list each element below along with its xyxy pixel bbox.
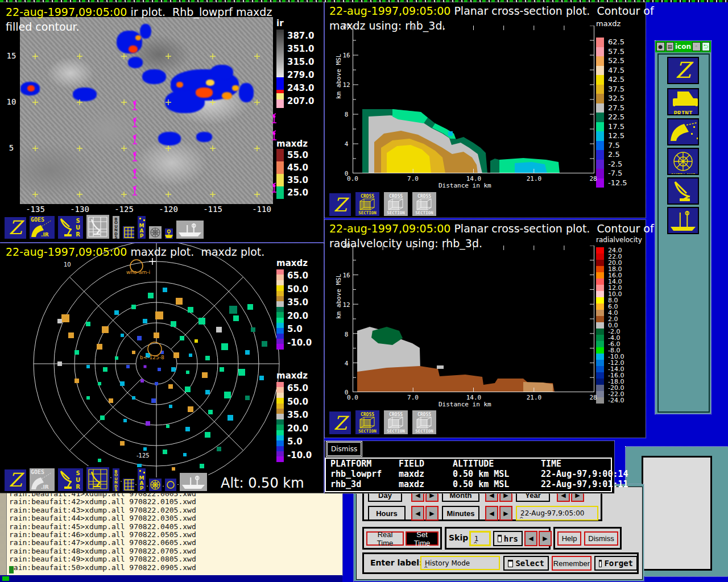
xsec1-plot-canvas[interactable]	[353, 26, 594, 173]
toolbar-button-cross[interactable]: CROSSSECTION	[354, 191, 380, 217]
toolbar-button-goes[interactable]: GOES.IR	[28, 467, 56, 492]
time-control-window[interactable]: Day Month Year Hours Minutes 22-Aug-97,9…	[354, 484, 644, 581]
toolbar-button-buoy[interactable]	[164, 227, 174, 240]
colorbar-segment	[276, 323, 284, 328]
icon-panel-button-satellite[interactable]	[667, 118, 699, 146]
remember-button[interactable]: Remember	[552, 556, 592, 571]
radar-echo-cell	[120, 381, 125, 386]
toolbar-button-sur[interactable]: SUR	[57, 215, 84, 240]
hours-forward-button[interactable]	[425, 506, 439, 521]
window-xsec-maxdz[interactable]: 22-aug-1997,09:05:00 Planar cross-sectio…	[325, 2, 646, 218]
radar-echo-cell	[144, 365, 147, 368]
circle-icon	[167, 481, 174, 488]
svg-text:MAP: MAP	[139, 223, 144, 239]
small-grid-icon	[125, 480, 134, 490]
minutes-forward-button[interactable]	[499, 506, 512, 521]
toolbar-button-map[interactable]: MAP	[136, 467, 147, 492]
icon-panel-button-ship[interactable]	[667, 207, 699, 234]
window-list-icon[interactable]: ▤	[666, 42, 675, 51]
toolbar-button-cross[interactable]: CROSSSECTION	[383, 191, 409, 217]
toolbar-button-zeb[interactable]: Z	[3, 468, 27, 492]
set-time-button[interactable]: Set Time	[406, 531, 439, 546]
icon-panel-button-overlays[interactable]: OVERLAYS	[667, 148, 699, 175]
table-dismiss-button[interactable]: Dismiss	[327, 442, 361, 456]
toolbar-button-cross[interactable]: CROSSSECTION	[383, 409, 409, 435]
colorbar-tick-label: 52.5	[608, 56, 624, 65]
skip-value-field[interactable]: 1^	[469, 531, 491, 546]
radar-echo-cell	[245, 350, 250, 355]
maxdz-colorbar-title: maxdz	[276, 139, 308, 149]
colorbar-tick-label: 55.0	[287, 150, 308, 160]
toolbar-button-gridradar[interactable]	[85, 466, 110, 492]
toolbar-button-ship[interactable]	[179, 472, 208, 492]
window-ir-plot[interactable]: 22-aug-1997,09:05:00 ir plot. Rhb_lowprf…	[0, 2, 324, 242]
axis-tick-label: 0.0	[347, 175, 358, 182]
icon-panel-button-print[interactable]: PRINT	[667, 88, 699, 115]
toolbar-button-goes[interactable]: GOES.IR	[28, 215, 56, 240]
colorbar-segment	[276, 161, 284, 174]
colorbar-segment	[596, 141, 604, 151]
toolbar-button-map[interactable]: MAP	[136, 215, 147, 240]
colorbar-segment	[596, 38, 604, 47]
surveillance-radar-icon: SUR	[61, 218, 80, 238]
satellite-image[interactable]	[20, 17, 273, 204]
toolbar-button-polar[interactable]	[148, 225, 163, 240]
hrs-button[interactable]: hrs	[493, 531, 523, 546]
toolbar-button-circle[interactable]	[164, 477, 177, 492]
hours-button[interactable]: Hours	[368, 506, 406, 521]
toolbar-button-zeb[interactable]: Z	[3, 216, 27, 240]
select-button[interactable]: Select	[503, 556, 549, 571]
icon-panel-window[interactable]: ● ▤ icon ◦ ⮌ ZPRINTOVERLAYS	[655, 41, 711, 414]
colorbar-segment	[596, 304, 604, 310]
table-cell: maxdz	[399, 469, 453, 479]
window-minimize-icon[interactable]: ◦	[692, 42, 701, 51]
toolbar-button-zeb[interactable]: Z	[328, 192, 352, 217]
icon-panel-button-radar2[interactable]	[667, 177, 699, 205]
toolbar-button-sur[interactable]: SUR	[57, 467, 84, 492]
icon-panel-button-zeb[interactable]: Z	[667, 57, 699, 84]
ppi-lat-label: 10	[64, 261, 71, 268]
terminal-scrollbar[interactable]	[0, 493, 7, 575]
time-value-field[interactable]: 22-Aug-97,9:05:00^	[516, 506, 598, 521]
radar-echo-cell	[185, 386, 191, 392]
minutes-button[interactable]: Minutes	[442, 506, 479, 521]
hours-back-button[interactable]	[411, 506, 424, 521]
toolbar-button-cross[interactable]: CROSSSECTION	[411, 191, 437, 217]
colorbar-tick-label: -12.5	[608, 178, 627, 187]
window-maxdz-ppi[interactable]: 22-aug-1997,09:05:00 maxdz plot. maxdz p…	[0, 243, 324, 493]
window-resize-icon[interactable]: ⮌	[702, 42, 710, 51]
window-xsec-radial[interactable]: 22-aug-1997,09:05:00 Planar cross-sectio…	[325, 220, 646, 438]
table-row: rhb_3dmaxdz0.50 km MSL22-Aug-97,9:01:11	[326, 479, 611, 489]
axis-tick-label: 4	[345, 140, 349, 148]
svg-text:SECTION: SECTION	[358, 210, 377, 215]
toolbar-button-smallgrid[interactable]	[122, 477, 135, 492]
toolbar-button-bounds[interactable]: BOUNDS	[111, 467, 121, 492]
toolbar-button-cross[interactable]: CROSSSECTION	[411, 409, 437, 435]
toolbar-button-zeb[interactable]: Z	[328, 410, 352, 435]
toolbar-button-gridradar[interactable]	[85, 214, 110, 240]
ppi-radar-display[interactable]	[0, 243, 324, 493]
goes-ir-icon: GOES.IR	[31, 469, 51, 490]
terminal-line: rain:beaufait:42>xdump.all 970822.0105.x…	[9, 498, 196, 506]
minutes-back-button[interactable]	[485, 506, 498, 521]
time-dismiss-button[interactable]: Dismiss	[584, 531, 618, 546]
forget-button[interactable]: Forget	[594, 556, 638, 571]
skip-forward-button[interactable]	[539, 531, 552, 546]
colorbar-segment	[596, 178, 604, 188]
colorbar-segment	[276, 435, 284, 440]
toolbar-button-polar[interactable]	[148, 477, 163, 492]
toolbar-button-ship[interactable]	[175, 219, 205, 240]
icon-panel-titlebar[interactable]: ● ▤ icon ◦ ⮌	[655, 41, 711, 52]
window-menu-icon[interactable]: ●	[656, 42, 665, 51]
xsec2-plot-canvas[interactable]	[353, 246, 594, 392]
toolbar-button-smallgrid[interactable]	[122, 225, 135, 240]
axis-tick-label: 16	[342, 52, 350, 59]
toolbar-button-cross[interactable]: CROSSSECTION	[354, 409, 380, 435]
label-value-field[interactable]: History Mode^	[420, 556, 500, 570]
data-table-window[interactable]: Dismiss PLATFORMFIELDALTITUDETIMErhb_low…	[325, 441, 614, 493]
real-time-button[interactable]: Real Time	[366, 531, 404, 546]
terminal-window[interactable]: rain:beaufait:41>xdump.all 970822.0005.x…	[0, 493, 342, 575]
skip-back-button[interactable]	[524, 531, 537, 546]
toolbar-button-bounds[interactable]: BOUNDS	[111, 215, 121, 240]
help-button[interactable]: Help	[557, 531, 581, 546]
